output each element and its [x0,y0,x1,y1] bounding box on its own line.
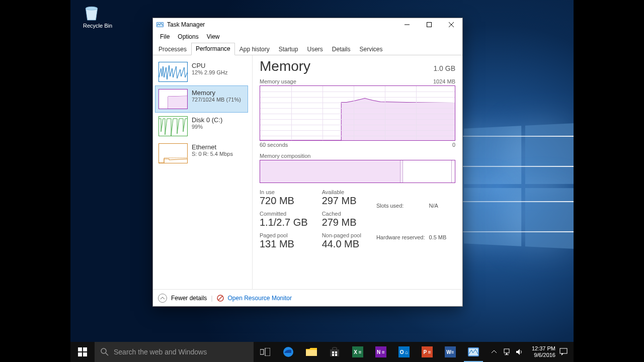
svg-rect-24 [332,354,334,356]
minimize-button[interactable] [396,18,418,31]
tab-services[interactable]: Services [355,43,387,55]
tray-network-button[interactable] [504,348,516,355]
performance-sidebar: CPU12% 2.99 GHz Memory727/1024 MB (71%) … [153,55,250,289]
tray-volume-button[interactable] [516,348,528,355]
svg-rect-22 [332,351,334,353]
svg-rect-20 [306,350,317,356]
taskbar: Search the web and Windows X ≡ N ≡ O ⌂ P… [70,342,574,362]
edge-button[interactable] [277,342,300,362]
resource-monitor-icon [217,295,224,302]
excel-button[interactable]: X ≡ [346,342,369,362]
task-manager-window: Task Manager File Options View Processes… [152,18,463,307]
composition-label: Memory composition [260,153,310,159]
svg-point-0 [86,7,97,10]
chevron-up-icon [492,349,497,354]
svg-marker-31 [516,349,520,355]
maximize-button[interactable] [418,18,440,31]
memory-usage-chart [260,85,455,141]
task-view-icon [260,348,270,356]
word-icon: W≡ [444,345,457,358]
main-panel: Memory 1.0 GB Memory usage 1024 MB 60 se… [252,55,462,289]
svg-rect-14 [83,352,87,356]
volume-icon [516,348,524,355]
svg-rect-28 [504,349,509,353]
titlebar[interactable]: Task Manager [153,18,462,31]
sidebar-item-cpu[interactable]: CPU12% 2.99 GHz [155,58,248,85]
store-icon [329,346,340,357]
menubar: File Options View [153,31,462,42]
outlook-button[interactable]: O ⌂ [392,342,416,362]
action-center-button[interactable] [559,348,572,356]
file-explorer-button[interactable] [300,342,323,362]
tray-clock[interactable]: 12:37 PM 9/6/2016 [528,345,559,358]
fewer-details-link[interactable]: Fewer details [171,295,207,302]
svg-rect-25 [335,354,337,356]
recycle-bin[interactable]: Recycle Bin [82,3,114,29]
svg-rect-30 [505,354,509,355]
system-tray: 12:37 PM 9/6/2016 [490,342,574,362]
slots-label: Slots used: [376,190,428,221]
in-use-label: In use [260,189,308,195]
task-manager-taskbar-button[interactable] [462,342,485,362]
svg-marker-7 [159,96,188,109]
slots-value: N/A [429,190,450,221]
tab-details[interactable]: Details [328,43,355,55]
start-button[interactable] [70,342,95,362]
task-view-button[interactable] [254,342,277,362]
nonpaged-label: Non-paged pool [322,232,361,238]
clock-date: 9/6/2016 [532,352,555,358]
open-resource-monitor-link[interactable]: Open Resource Monitor [228,295,292,302]
onenote-button[interactable]: N ≡ [369,342,392,362]
sidebar-memory-label: Memory [192,89,241,97]
tab-app-history[interactable]: App history [235,43,274,55]
tray-overflow-button[interactable] [492,349,504,354]
hw-reserved-value: 0.5 MB [429,222,450,253]
tabbar: Processes Performance App history Startu… [153,42,462,55]
svg-line-16 [106,353,108,355]
menu-options[interactable]: Options [174,32,202,41]
sidebar-item-memory[interactable]: Memory727/1024 MB (71%) [155,85,248,113]
close-button[interactable] [440,18,462,31]
word-button[interactable]: W≡ [439,342,462,362]
sidebar-memory-value: 727/1024 MB (71%) [192,97,241,103]
sidebar-item-disk[interactable]: Disk 0 (C:)99% [155,113,248,140]
svg-rect-17 [260,349,264,354]
page-title: Memory [260,58,310,74]
tab-startup[interactable]: Startup [274,43,303,55]
powerpoint-button[interactable]: P ≡ [416,342,439,362]
sidebar-cpu-label: CPU [192,62,228,69]
tab-processes[interactable]: Processes [154,43,191,55]
search-box[interactable]: Search the web and Windows [95,342,254,362]
memory-meta-table: Slots used:N/A Hardware reserved:0.5 MB [375,189,450,254]
tab-users[interactable]: Users [302,43,327,55]
menu-view[interactable]: View [203,32,224,41]
disk-thumb-icon [158,116,188,136]
recycle-bin-label: Recycle Bin [82,23,114,29]
task-manager-icon [156,21,164,29]
svg-rect-29 [506,353,507,354]
onenote-icon: N ≡ [374,345,387,358]
menu-file[interactable]: File [156,32,174,41]
svg-marker-33 [561,353,564,355]
svg-rect-4 [427,23,432,27]
sidebar-item-ethernet[interactable]: EthernetS: 0 R: 5.4 Mbps [155,140,248,167]
memory-composition-chart [260,160,455,183]
sidebar-ethernet-value: S: 0 R: 5.4 Mbps [192,151,233,157]
available-value: 297 MB [322,195,361,207]
paged-value: 131 MB [260,238,308,250]
sidebar-ethernet-label: Ethernet [192,143,233,151]
store-button[interactable] [323,342,346,362]
svg-rect-12 [83,347,87,351]
window-title: Task Manager [167,21,205,28]
tab-performance[interactable]: Performance [191,43,235,55]
chevron-up-icon[interactable] [158,294,167,303]
excel-icon: X ≡ [351,345,364,358]
memory-thumb-icon [158,89,188,109]
chart-x-right: 0 [452,142,455,148]
svg-rect-21 [330,349,339,356]
svg-rect-32 [560,348,567,353]
sidebar-cpu-value: 12% 2.99 GHz [192,69,228,75]
svg-rect-11 [78,347,82,351]
network-icon [504,348,512,355]
sidebar-disk-value: 99% [192,124,222,130]
